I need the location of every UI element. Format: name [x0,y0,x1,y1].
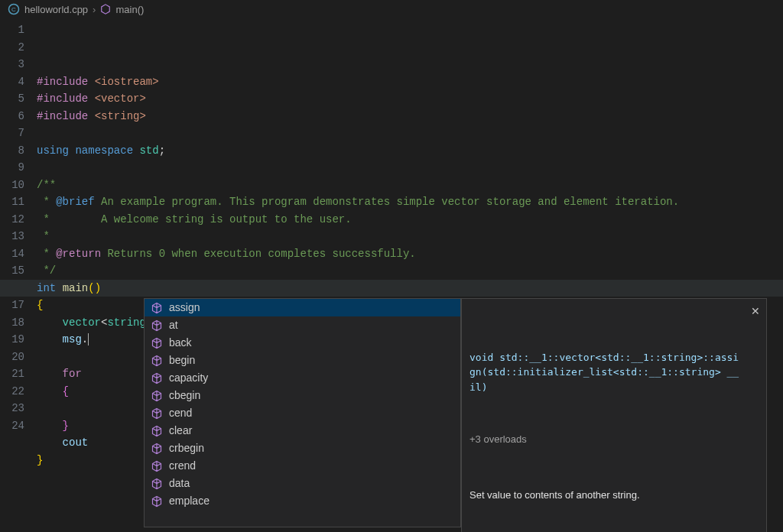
autocomplete-item-label: crbegin [169,440,204,457]
method-icon [151,372,163,384]
code-line[interactable]: /** [37,177,783,194]
line-number-gutter: 123456789101112131415161718192021222324 [0,18,37,532]
autocomplete-item-label: crend [169,457,196,475]
autocomplete-item-label: cend [169,404,192,422]
code-line[interactable]: #include <vector> [37,90,783,108]
line-number: 1 [0,21,24,39]
line-number: 2 [0,39,24,57]
autocomplete-list[interactable]: assignatbackbegincapacitycbegincendclear… [144,298,461,527]
line-number: 23 [0,400,24,417]
method-icon [100,4,111,15]
autocomplete-item[interactable]: assign [145,299,460,316]
line-number: 15 [0,262,24,280]
text-cursor [88,333,89,345]
autocomplete-item-label: cbegin [169,387,200,404]
autocomplete-item-label: assign [169,299,200,316]
code-area[interactable]: #include <iostream>#include <vector>#inc… [37,18,783,532]
autocomplete-popup: assignatbackbegincapacitycbegincendclear… [144,298,767,532]
code-line[interactable]: * [37,228,783,245]
doc-description: Set value to contents of another string. [469,488,743,503]
autocomplete-item[interactable]: begin [145,352,460,369]
line-number: 11 [0,193,24,211]
line-number: 14 [0,245,24,263]
breadcrumb-symbol[interactable]: main() [115,4,144,15]
method-icon [151,425,163,437]
code-line[interactable]: * @return Returns 0 when execution compl… [37,245,783,263]
code-line[interactable]: * @brief An example program. This progra… [37,193,783,211]
autocomplete-item-label: data [169,475,190,492]
doc-signature: void std::__1::vector<std::__1::string>:… [469,350,743,395]
line-number: 13 [0,228,24,245]
method-icon [151,460,163,472]
autocomplete-item[interactable]: back [145,334,460,352]
line-number: 5 [0,90,24,108]
line-number: 9 [0,159,24,177]
line-number: 12 [0,211,24,229]
method-icon [151,407,163,420]
method-icon [151,390,163,402]
editor-root: C helloworld.cpp › main() 12345678910111… [0,0,783,532]
line-number: 24 [0,417,24,435]
autocomplete-item[interactable]: data [145,475,460,492]
autocomplete-item[interactable]: cend [145,404,460,422]
code-line[interactable]: int main() [37,280,783,297]
line-number: 10 [0,177,24,194]
autocomplete-item[interactable]: crend [145,457,460,475]
line-number: 17 [0,297,24,314]
line-number: 22 [0,383,24,401]
autocomplete-doc: ✕ void std::__1::vector<std::__1::string… [461,298,767,532]
cpp-file-icon: C [8,3,20,15]
code-line[interactable]: using namespace std; [37,142,783,160]
line-number: 4 [0,73,24,91]
svg-text:C: C [11,6,16,13]
line-number: 20 [0,349,24,366]
method-icon [151,443,163,455]
autocomplete-item[interactable]: cbegin [145,387,460,404]
autocomplete-item-label: begin [169,352,195,369]
autocomplete-item-label: back [169,334,192,352]
autocomplete-item-label: clear [169,422,192,440]
code-editor[interactable]: 123456789101112131415161718192021222324 … [0,18,783,532]
line-number: 21 [0,365,24,383]
autocomplete-item[interactable]: at [145,316,460,334]
doc-overloads: +3 overloads [469,432,743,447]
autocomplete-item[interactable]: capacity [145,369,460,387]
line-number: 7 [0,125,24,142]
code-line[interactable]: * A welcome string is output to the user… [37,211,783,229]
autocomplete-item[interactable]: crbegin [145,440,460,457]
line-number: 8 [0,142,24,160]
autocomplete-item-label: emplace [169,492,210,510]
line-number: 18 [0,314,24,332]
code-line[interactable]: #include <string> [37,108,783,125]
method-icon [151,355,163,367]
method-icon [151,337,163,349]
code-line[interactable] [37,159,783,177]
autocomplete-item[interactable]: clear [145,422,460,440]
method-icon [151,495,163,508]
autocomplete-item[interactable]: emplace [145,492,460,510]
autocomplete-item-label: capacity [169,369,208,387]
line-number: 19 [0,331,24,349]
line-number: 6 [0,108,24,125]
code-line[interactable]: #include <iostream> [37,73,783,91]
chevron-right-icon: › [93,4,96,15]
autocomplete-item-label: at [169,316,178,334]
breadcrumbs[interactable]: C helloworld.cpp › main() [0,0,783,18]
method-icon [151,302,163,314]
method-icon [151,320,163,332]
line-number: 3 [0,56,24,73]
code-line[interactable]: */ [37,262,783,280]
method-icon [151,478,163,490]
code-line[interactable] [37,125,783,142]
breadcrumb-file[interactable]: helloworld.cpp [24,4,88,15]
close-icon[interactable]: ✕ [751,303,760,320]
